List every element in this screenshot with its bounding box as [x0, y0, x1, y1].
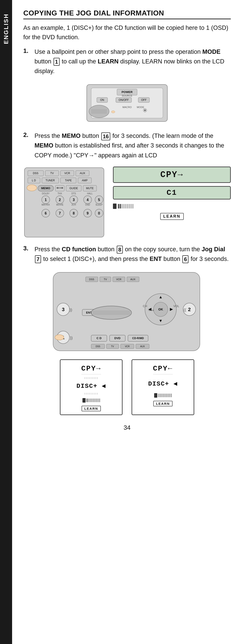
- svg-text:CD-R/MD: CD-R/MD: [132, 337, 144, 340]
- svg-point-81: [55, 335, 64, 340]
- step-1-text-before: Use a ballpoint pen or other sharp point…: [34, 48, 202, 55]
- step-1-key1: 1: [54, 58, 60, 66]
- step-1-text-mid1: button: [34, 58, 53, 65]
- svg-text:MEMO: MEMO: [41, 186, 50, 190]
- sidebar: ENGLISH: [0, 0, 12, 644]
- lcd-c1-text: C1: [167, 188, 177, 197]
- bottom-lcd-right: CPY← DISC+ ◀ LEARN: [132, 359, 194, 415]
- lcd-progress-area: [113, 203, 231, 210]
- bottom-lcd-left-disc: DISC+ ◀: [76, 382, 106, 390]
- progress-filled: [113, 204, 116, 209]
- svg-text:9: 9: [87, 212, 89, 215]
- svg-text:OSD: OSD: [85, 204, 90, 206]
- svg-text:SOURCE: SOURCE: [122, 94, 132, 97]
- bottom-lcd-left: CPY→ ↑↑↑↑↑↑↑↑↑ DISC+ ◀ ↓↓↓↓↓↓↓↓↓: [60, 359, 122, 415]
- svg-text:▲: ▲: [159, 295, 163, 299]
- svg-point-39: [27, 185, 37, 191]
- svg-text:DTS: DTS: [72, 192, 76, 195]
- step-2-number: 2.: [23, 131, 30, 160]
- svg-text:DSS: DSS: [33, 172, 38, 175]
- svg-text:5: 5: [98, 198, 100, 202]
- svg-point-17: [111, 111, 115, 113]
- step-3: 3. Press the CD function button 8 on the…: [23, 244, 231, 264]
- svg-text:ON/OFF: ON/OFF: [118, 98, 128, 102]
- svg-text:DSS: DSS: [96, 345, 100, 348]
- svg-text:HALL: HALL: [87, 192, 92, 195]
- svg-point-21: [144, 110, 146, 111]
- bottom-lcd-right-cpy: CPY←: [153, 364, 173, 374]
- svg-text:OFF: OFF: [141, 98, 146, 102]
- step-1-bold1: MODE: [202, 48, 220, 55]
- step-1-number: 1.: [23, 47, 30, 76]
- step-3-key2: 7: [35, 255, 41, 263]
- svg-text:3: 3: [62, 307, 64, 312]
- intro-paragraph: As an example, 1 (DISC+) for the CD func…: [23, 23, 231, 42]
- svg-text:6: 6: [45, 212, 47, 215]
- page-number: 34: [23, 424, 231, 438]
- step-2-images: DSS TV VCR AUX L D TUNER TAPE AMP MEMO ⇐…: [23, 166, 231, 238]
- step-1-text-mid2: to call up the: [60, 58, 98, 65]
- lcd-cpy-display: CPY→: [113, 166, 231, 183]
- svg-text:⇐⇒: ⇐⇒: [148, 308, 154, 312]
- svg-text:VCR: VCR: [116, 278, 121, 281]
- step-3-bold2: Jog Dial: [202, 246, 225, 252]
- bottom-lcd-left-learn: LEARN: [82, 406, 101, 411]
- svg-text:MOVIE: MOVIE: [56, 204, 64, 206]
- step-3-key3: 6: [182, 255, 188, 263]
- step-2: 2. Press the MEMO button 16 for 3 second…: [23, 131, 231, 160]
- lcd-c1-display: C1: [113, 186, 231, 200]
- step-3-text-mid5: button: [162, 256, 182, 262]
- step-3-bold3: ENT: [150, 256, 162, 262]
- step-3-text-mid1: button: [96, 246, 116, 252]
- svg-text:1: 1: [45, 198, 47, 202]
- bottom-lcd-pair: CPY→ ↑↑↑↑↑↑↑↑↑ DISC+ ◀ ↓↓↓↓↓↓↓↓↓: [23, 359, 231, 415]
- svg-text:TV: TV: [50, 172, 54, 175]
- svg-text:2: 2: [188, 307, 191, 312]
- step-3-text-before: Press the: [34, 246, 62, 252]
- svg-text:CH: CH: [143, 304, 147, 308]
- lcd-learn-label: LEARN: [160, 213, 184, 220]
- svg-text:3: 3: [73, 198, 75, 202]
- svg-text:DSS: DSS: [89, 278, 94, 281]
- step-1-bold2: LEARN: [98, 58, 118, 65]
- svg-text:TUNER: TUNER: [46, 179, 55, 182]
- svg-text:OK: OK: [158, 308, 163, 311]
- svg-text:TV: TV: [104, 278, 107, 281]
- svg-text:0: 0: [98, 212, 100, 215]
- step-1-content: Use a ballpoint pen or other sharp point…: [34, 47, 231, 76]
- svg-text:GUIDE: GUIDE: [70, 187, 78, 190]
- svg-text:▶: ▶: [170, 307, 173, 311]
- svg-text:ON: ON: [100, 98, 104, 102]
- bottom-lcd-right-disc: DISC+ ◀: [148, 380, 178, 387]
- step-2-bold2: MEMO: [34, 142, 53, 149]
- bottom-lcd-left-progress: [82, 398, 100, 402]
- step-3-device-image: 1 )) ENT OK ▲ ▼ ◀ ▶: [23, 270, 231, 353]
- svg-text:THX: THX: [58, 192, 62, 195]
- svg-text:TV: TV: [111, 345, 114, 348]
- svg-text:VCR: VCR: [64, 172, 70, 175]
- svg-text:8: 8: [73, 212, 75, 215]
- bottom-lcd-left-wave2: ↓↓↓↓↓↓↓↓↓: [84, 392, 98, 395]
- svg-text:)): )): [70, 336, 72, 340]
- svg-text:▼: ▼: [159, 318, 163, 323]
- svg-text:MACRO: MACRO: [122, 106, 132, 108]
- bottom-lcd-right-progress: [154, 393, 172, 398]
- step-3-text-mid2: on the copy source, turn the: [123, 246, 202, 252]
- svg-text:2: 2: [59, 198, 61, 202]
- sidebar-label: ENGLISH: [3, 14, 10, 44]
- bottom-lcd-left-cpy: CPY→: [81, 364, 101, 374]
- svg-text:AMP: AMP: [82, 179, 88, 182]
- step-2-text-mid2: for 3 seconds. (The learn mode of the: [111, 132, 213, 139]
- svg-text:AUX: AUX: [140, 345, 145, 348]
- svg-text:POWER: POWER: [122, 90, 133, 94]
- svg-text:L D: L D: [32, 179, 36, 182]
- step-1-device-image: POWER SOURCE ON ON/OFF OFF MACRO: [23, 82, 231, 125]
- step2-remote-svg: DSS TV VCR AUX L D TUNER TAPE AMP MEMO ⇐…: [23, 166, 106, 238]
- step-3-text-after: for 3 seconds.: [189, 256, 228, 262]
- svg-text:⇐⇒: ⇐⇒: [56, 186, 63, 190]
- svg-text:)): )): [70, 308, 72, 312]
- svg-text:2CH: 2CH: [72, 204, 76, 206]
- svg-text:SLEEP: SLEEP: [96, 204, 103, 206]
- main-content: COPYING THE JOG DIAL INFORMATION As an e…: [12, 0, 242, 452]
- step-3-content: Press the CD function button 8 on the co…: [34, 244, 231, 264]
